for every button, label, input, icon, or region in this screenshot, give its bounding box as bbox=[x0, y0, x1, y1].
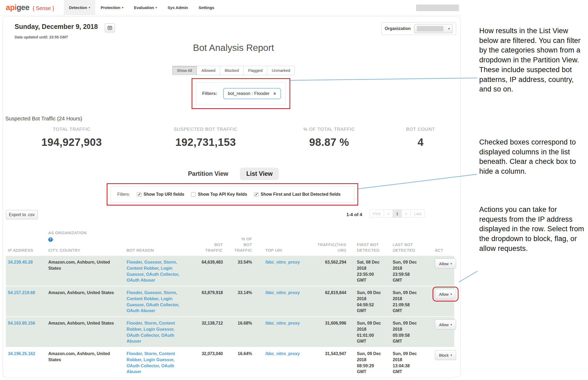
last-bot-detected-cell: Sun, 09 Dec 2018 21:09:58 GMT bbox=[393, 286, 429, 316]
col-header-ip-address: IP ADDRESS bbox=[6, 247, 48, 253]
nav-item-protection[interactable]: Protection ▾ bbox=[95, 0, 128, 15]
separator: , bbox=[173, 357, 174, 362]
pct-bot-traffic-cell: 33.54% bbox=[226, 256, 255, 286]
table-row: 54.157.219.68 Amazon, Ashburn, United St… bbox=[6, 286, 454, 317]
tab-allowed[interactable]: Allowed bbox=[197, 66, 220, 75]
top-uri-link[interactable]: /bbc_nitro_proxy bbox=[255, 256, 302, 286]
nav-item-sys-admin[interactable]: Sys Admin bbox=[162, 0, 193, 15]
col-header-pct-bot-traffic: % OF BOT TRAFFIC bbox=[226, 236, 255, 253]
separator: , bbox=[158, 296, 161, 301]
stat-of-total-traffic: % OF TOTAL TRAFFIC 98.87 % bbox=[282, 127, 376, 148]
bot-reason-link[interactable]: Content Robber bbox=[127, 296, 158, 301]
tab-show-all[interactable]: Show All bbox=[172, 66, 197, 75]
nav-item-label: Sys Admin bbox=[168, 5, 188, 10]
nav-item-label: Detection bbox=[69, 5, 87, 10]
bot-reason-link[interactable]: Flooder bbox=[127, 260, 142, 264]
tab-flagged[interactable]: Flagged bbox=[243, 66, 267, 75]
bot-traffic-cell: 32,073,040 bbox=[188, 347, 226, 378]
navbar: api gee { Sense } Detection ▾ Protection… bbox=[0, 0, 462, 15]
bot-reason-link[interactable]: OAuth Abuser bbox=[127, 278, 155, 282]
tab-partition-view[interactable]: Partition View bbox=[188, 170, 228, 177]
first-bot-detected-cell: Sun, 09 Dec 2018 04:59:52 GMT bbox=[349, 286, 393, 316]
annotation-column: How results in the List View below are f… bbox=[479, 0, 586, 380]
bot-reason-link[interactable]: OAuth Collector bbox=[146, 303, 178, 307]
nav-item-evaluation[interactable]: Evaluation ▾ bbox=[129, 0, 162, 15]
first-bot-detected-cell: Sat, 08 Dec 2018 23:55:00 GMT bbox=[349, 256, 393, 286]
bot-reason-link[interactable]: Flooder bbox=[127, 351, 142, 356]
stat-value: 192,731,153 bbox=[155, 136, 256, 148]
organization-select[interactable]: ▾ bbox=[414, 24, 453, 33]
last-bot-detected-cell: Sun, 09 Dec 2018 05:09:58 GMT bbox=[393, 317, 429, 347]
bot-reason-link[interactable]: Storm bbox=[164, 260, 176, 264]
tab-blocked[interactable]: Blocked bbox=[220, 66, 244, 75]
tab-unmarked[interactable]: Unmarked bbox=[267, 66, 295, 75]
help-icon[interactable]: ? bbox=[48, 237, 53, 242]
col-header-top-uri: TOP URI bbox=[255, 247, 302, 253]
first-bot-detected-cell: Sun, 09 Dec 2018 08:59:29 GMT bbox=[349, 347, 393, 378]
chevron-down-icon: ▾ bbox=[122, 6, 123, 9]
bot-traffic-cell: 32,138,712 bbox=[188, 317, 226, 347]
action-dropdown[interactable]: Allow bbox=[435, 259, 456, 269]
bot-reason-link[interactable]: Flooder bbox=[127, 290, 142, 295]
nav-item-label: Evaluation bbox=[134, 5, 154, 10]
bot-reason-link[interactable]: OAuth Collector bbox=[127, 333, 159, 338]
organization-label: Organization bbox=[385, 26, 411, 31]
bot-reason-link[interactable]: Guessor bbox=[144, 290, 161, 295]
nav-item-settings[interactable]: Settings bbox=[193, 0, 220, 15]
stat-label: BOT COUNT bbox=[386, 127, 455, 132]
bot-reason-link[interactable]: OAuth Collector bbox=[146, 272, 178, 277]
bot-reason-link[interactable]: Content Robber bbox=[127, 266, 158, 270]
act-cell: Block bbox=[429, 347, 454, 378]
act-cell: Allow bbox=[429, 286, 454, 316]
page-button-1[interactable]: 1 bbox=[393, 209, 402, 218]
traffic-this-uri-cell: 63,562,294 bbox=[302, 256, 349, 286]
table-body: 34.239.45.28 Amazon.com, Ashburn, United… bbox=[6, 256, 454, 378]
traffic-this-uri-cell: 62,819,844 bbox=[302, 286, 349, 316]
separator: , bbox=[161, 290, 164, 295]
bot-reason-link[interactable]: Guessor bbox=[144, 260, 161, 264]
callout-line-action-dropdown bbox=[459, 271, 478, 282]
logo-gee: gee bbox=[16, 3, 29, 12]
pct-bot-traffic-cell: 33.14% bbox=[226, 286, 255, 316]
first-bot-detected-cell: Sun, 09 Dec 2018 01:01:00 GMT bbox=[349, 317, 393, 347]
action-label: Block bbox=[439, 353, 449, 357]
calendar-button[interactable] bbox=[105, 23, 115, 32]
col-header-bot-reason: BOT REASON bbox=[127, 247, 188, 253]
bot-reason-link[interactable]: OAuth Collector bbox=[127, 364, 159, 368]
ip-address-link[interactable]: 54.163.85.156 bbox=[6, 317, 48, 347]
action-dropdown[interactable]: Block bbox=[435, 350, 456, 360]
bot-reason-link[interactable]: OAuth Abuser bbox=[127, 308, 155, 313]
bot-reason-link[interactable]: Flooder bbox=[127, 321, 142, 325]
bot-reason-link[interactable]: Login Guessor bbox=[144, 357, 173, 362]
action-dropdown[interactable]: Allow bbox=[435, 320, 456, 330]
tab-list-view[interactable]: List View bbox=[240, 168, 279, 180]
top-uri-link[interactable]: /bbc_nitro_proxy bbox=[255, 317, 302, 347]
ip-address-link[interactable]: 34.196.25.162 bbox=[6, 347, 48, 378]
bot-traffic-cell: 63,879,918 bbox=[188, 286, 226, 316]
ip-address-link[interactable]: 34.239.45.28 bbox=[6, 256, 48, 286]
annotation-highlight-filter-chip bbox=[192, 78, 290, 109]
as-organization-cell: Amazon, Ashburn, United States bbox=[48, 317, 127, 347]
action-label: Allow bbox=[439, 292, 449, 296]
export-csv-button[interactable]: Export to .csv bbox=[6, 210, 38, 219]
as-organization-cell: Amazon.com, Ashburn, United States bbox=[48, 347, 127, 378]
pagination-summary: 1-4 of 4 bbox=[341, 212, 362, 217]
table-header-row: IP ADDRESS AS ORGANIZATION ?, CITY, COUN… bbox=[6, 224, 454, 256]
bot-reason-link[interactable]: Login Guessor bbox=[144, 327, 173, 331]
col-header-traffic-this-uri: TRAFFIC(THIS URI) bbox=[302, 242, 349, 254]
status-tab-group: Show AllAllowedBlockedFlaggedUnmarked bbox=[16, 66, 451, 75]
bot-reason-link[interactable]: Storm bbox=[144, 351, 157, 356]
nav-item-detection[interactable]: Detection ▾ bbox=[64, 0, 95, 15]
top-uri-link[interactable]: /bbc_nitro_proxy bbox=[255, 347, 302, 378]
ip-address-link[interactable]: 54.157.219.68 bbox=[6, 286, 48, 316]
bot-reason-link[interactable]: Storm bbox=[164, 290, 176, 295]
stat-value: 98.87 % bbox=[282, 136, 376, 148]
action-dropdown[interactable]: Allow bbox=[435, 289, 456, 299]
bot-reason-cell: Flooder, Guessor, Storm, Content Robber,… bbox=[127, 256, 188, 286]
calendar-icon bbox=[107, 25, 112, 30]
separator: , bbox=[142, 321, 144, 325]
top-uri-link[interactable]: /bbc_nitro_proxy bbox=[255, 286, 302, 316]
as-organization-cell: Amazon.com, Ashburn, United States bbox=[48, 256, 127, 286]
stat-label: % OF TOTAL TRAFFIC bbox=[282, 127, 376, 132]
bot-reason-link[interactable]: Storm bbox=[144, 321, 157, 325]
